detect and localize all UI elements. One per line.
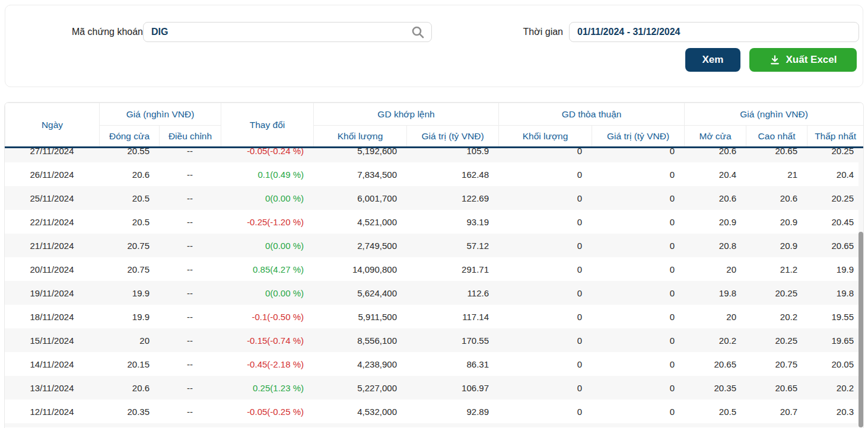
- cell-open: 20.5: [684, 400, 746, 423]
- cell-date: 14/11/2024: [5, 352, 99, 376]
- stock-code-label: Mã chứng khoán: [29, 22, 143, 42]
- cell-adjusted: --: [159, 234, 221, 257]
- time-range-input[interactable]: [569, 22, 859, 42]
- cell-matched-value: [406, 423, 498, 427]
- cell-matched-value: 106.97: [406, 376, 498, 400]
- cell-close: 20.5: [99, 210, 159, 234]
- cell-date: 15/11/2024: [5, 328, 99, 352]
- cell-adjusted: [159, 423, 221, 427]
- cell-adjusted: --: [159, 400, 221, 423]
- header-low: Thấp nhất: [807, 126, 864, 148]
- cell-negotiated-volume: 0: [498, 210, 592, 234]
- header-price-group-right: Giá (nghìn VNĐ): [685, 103, 864, 126]
- header-negotiated-value: Giá trị (tỷ VNĐ): [592, 126, 685, 148]
- cell-negotiated-volume: [498, 423, 592, 427]
- search-icon[interactable]: [411, 25, 425, 39]
- cell-matched-value: 112.6: [406, 281, 498, 305]
- table-row: 14/11/2024 20.15 -- -0.45(-2.18 %) 4,238…: [5, 352, 863, 376]
- cell-matched-volume: 5,624,400: [313, 281, 406, 305]
- cell-negotiated-volume: 0: [498, 328, 592, 352]
- cell-open: 20.8: [684, 234, 746, 257]
- cell-close: 20.5: [99, 186, 159, 210]
- cell-date: 12/11/2024: [5, 400, 99, 423]
- cell-open: 20.65: [684, 352, 746, 376]
- cell-open: 20.35: [684, 376, 746, 400]
- cell-matched-value: 92.89: [406, 400, 498, 423]
- header-open: Mở cửa: [685, 126, 746, 148]
- cell-date: 26/11/2024: [5, 162, 99, 186]
- cell-low: 20.25: [807, 186, 863, 210]
- cell-matched-volume: 4,532,000: [313, 400, 406, 423]
- cell-date: 25/11/2024: [5, 186, 99, 210]
- cell-open: 20.6: [684, 186, 746, 210]
- table-row: 18/11/2024 19.9 -- -0.1(-0.50 %) 5,911,5…: [5, 305, 863, 328]
- export-excel-button[interactable]: Xuất Excel: [749, 48, 857, 72]
- cell-high: 20.25: [746, 328, 807, 352]
- table-body-viewport: 27/11/2024 20.55 -- -0.05(-0.24 %) 5,192…: [5, 148, 863, 427]
- cell-change: 0(0.00 %): [221, 281, 313, 305]
- cell-matched-value: 93.19: [406, 210, 498, 234]
- download-icon: [770, 55, 780, 65]
- cell-change: -0.1(-0.50 %): [221, 305, 313, 328]
- cell-negotiated-value: 0: [592, 328, 684, 352]
- table-row: 21/11/2024 20.75 -- 0(0.00 %) 2,749,500 …: [5, 234, 863, 257]
- cell-matched-value: 162.48: [406, 162, 498, 186]
- cell-low: 19.8: [807, 281, 863, 305]
- table-row-partial: [5, 423, 863, 427]
- cell-date: 22/11/2024: [5, 210, 99, 234]
- cell-negotiated-value: 0: [592, 400, 684, 423]
- cell-close: 20.55: [99, 148, 159, 162]
- cell-matched-volume: 7,834,500: [313, 162, 406, 186]
- cell-negotiated-value: 0: [592, 281, 684, 305]
- cell-low: 19.9: [807, 257, 863, 281]
- cell-open: 20: [684, 257, 746, 281]
- cell-negotiated-value: 0: [592, 376, 684, 400]
- cell-adjusted: --: [159, 376, 221, 400]
- stock-code-input[interactable]: [143, 22, 432, 42]
- cell-low: 19.55: [807, 305, 863, 328]
- cell-date: 13/11/2024: [5, 376, 99, 400]
- action-buttons: Xem Xuất Excel: [685, 48, 857, 72]
- cell-high: 20.9: [746, 210, 807, 234]
- cell-negotiated-volume: 0: [498, 376, 592, 400]
- page: Mã chứng khoán Thời gian Xem Xuất Excel: [0, 0, 868, 428]
- cell-negotiated-volume: 0: [498, 162, 592, 186]
- table-row: 22/11/2024 20.5 -- -0.25(-1.20 %) 4,521,…: [5, 210, 863, 234]
- header-adjusted: Điều chỉnh: [160, 126, 221, 148]
- scrollbar-thumb[interactable]: [859, 232, 863, 427]
- cell-close: 20.35: [99, 400, 159, 423]
- cell-open: 19.8: [684, 281, 746, 305]
- cell-negotiated-volume: 0: [498, 186, 592, 210]
- cell-matched-value: 122.69: [406, 186, 498, 210]
- cell-adjusted: --: [159, 305, 221, 328]
- table-row: 15/11/2024 20 -- -0.15(-0.74 %) 8,556,10…: [5, 328, 863, 352]
- cell-matched-value: 170.55: [406, 328, 498, 352]
- cell-change: -0.05(-0.24 %): [221, 148, 313, 162]
- cell-open: 20.6: [684, 148, 746, 162]
- cell-high: 20.2: [746, 305, 807, 328]
- table-row: 12/11/2024 20.35 -- -0.05(-0.25 %) 4,532…: [5, 400, 863, 423]
- cell-negotiated-value: 0: [592, 234, 684, 257]
- cell-low: 20.2: [807, 376, 863, 400]
- table-row: 27/11/2024 20.55 -- -0.05(-0.24 %) 5,192…: [5, 148, 863, 162]
- cell-open: [684, 423, 746, 427]
- cell-close: [99, 423, 159, 427]
- view-button[interactable]: Xem: [685, 48, 740, 72]
- cell-change: 0.25(1.23 %): [221, 376, 313, 400]
- header-change: Thay đổi: [221, 103, 314, 148]
- cell-close: 20.6: [99, 162, 159, 186]
- cell-matched-value: 291.71: [406, 257, 498, 281]
- cell-high: [746, 423, 807, 427]
- cell-change: 0(0.00 %): [221, 234, 313, 257]
- cell-close: 20.75: [99, 257, 159, 281]
- table-row: 13/11/2024 20.6 -- 0.25(1.23 %) 5,227,00…: [5, 376, 863, 400]
- header-matched-value: Giá trị (tỷ VNĐ): [407, 126, 499, 148]
- cell-date: 27/11/2024: [5, 148, 99, 162]
- cell-high: 20.65: [746, 148, 807, 162]
- cell-adjusted: --: [159, 162, 221, 186]
- cell-change: 0.1(0.49 %): [221, 162, 313, 186]
- cell-high: 21: [746, 162, 807, 186]
- cell-change: 0.85(4.27 %): [221, 257, 313, 281]
- cell-low: 20.4: [807, 162, 863, 186]
- cell-matched-volume: 6,001,700: [313, 186, 406, 210]
